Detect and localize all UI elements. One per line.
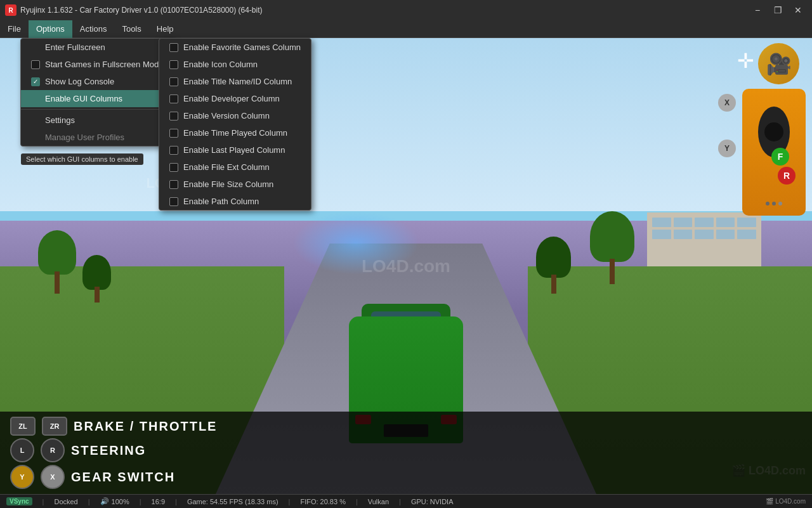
developer-column-label: Enable Developer Column	[183, 94, 280, 103]
volume-icon: 🔊	[100, 497, 109, 505]
menu-separator-1	[21, 109, 173, 110]
hud-label-brake: BRAKE / THROTTLE	[74, 419, 217, 434]
last-played-column-label: Enable Last Played Column	[183, 145, 285, 155]
y-button: Y	[718, 140, 736, 157]
zr-button: ZR	[42, 417, 67, 436]
version-column-checkbox	[169, 112, 178, 120]
menu-file[interactable]: File	[0, 20, 29, 38]
vsync-badge: VSync	[6, 497, 32, 505]
submenu-item-last-played[interactable]: Enable Last Played Column	[159, 141, 311, 159]
fullscreen-mode-checkbox	[31, 60, 40, 69]
time-played-column-label: Enable Time Played Column	[183, 128, 287, 138]
close-button[interactable]: ✕	[789, 4, 807, 16]
title-column-label: Enable Title Name/ID Column	[183, 77, 292, 86]
title-bar: R Ryujinx 1.1.632 - Car Factory Driver v…	[0, 0, 812, 20]
window-title: Ryujinx 1.1.632 - Car Factory Driver v1.…	[20, 6, 749, 15]
menu-options[interactable]: Options	[29, 20, 72, 38]
x-button-hud: X	[41, 465, 65, 489]
submenu-item-file-size[interactable]: Enable File Size Column	[159, 176, 311, 193]
r-button-hud: R	[41, 438, 65, 462]
hud-row-2: L R STEERING	[10, 438, 802, 462]
path-column-checkbox	[169, 197, 178, 206]
controller-display: F R	[742, 89, 806, 216]
file-ext-column-checkbox	[169, 163, 178, 172]
submenu-item-icon[interactable]: Enable Icon Column	[159, 56, 311, 73]
building-windows	[647, 212, 761, 244]
submenu-item-developer[interactable]: Enable Developer Column	[159, 90, 311, 107]
menu-item-fullscreen-mode[interactable]: Start Games in Fullscreen Mode	[21, 56, 173, 73]
menu-tools[interactable]: Tools	[114, 20, 148, 38]
window-controls: − ❐ ✕	[749, 4, 807, 16]
submenu-item-version[interactable]: Enable Version Column	[159, 107, 311, 124]
file-size-column-label: Enable File Size Column	[183, 179, 273, 189]
status-ratio: 16:9	[152, 498, 165, 505]
bottom-hud: ZL ZR BRAKE / THROTTLE L R STEERING Y X …	[0, 412, 812, 494]
l-button: L	[10, 438, 34, 462]
status-fifo: FIFO: 20.83 %	[300, 498, 346, 505]
submenu-item-title[interactable]: Enable Title Name/ID Column	[159, 73, 311, 90]
hud-label-steering: STEERING	[71, 443, 146, 458]
menu-item-manage-profiles[interactable]: Manage User Profiles	[21, 129, 173, 146]
status-api: Vulkan	[368, 498, 389, 505]
menu-bar: File Options Actions Tools Help	[0, 20, 812, 38]
tree-left-1	[38, 230, 76, 294]
fullscreen-label: Enter Fullscreen	[45, 42, 105, 52]
tree-right-1	[590, 211, 634, 284]
developer-column-checkbox	[169, 94, 178, 103]
last-played-column-checkbox	[169, 146, 178, 155]
y-button-hud: Y	[10, 465, 34, 489]
app-icon: R	[5, 4, 16, 16]
icon-column-label: Enable Icon Column	[183, 60, 258, 69]
menu-item-show-log[interactable]: Show Log Console	[21, 73, 173, 90]
version-column-label: Enable Version Column	[183, 111, 270, 120]
status-volume: 🔊 100%	[100, 497, 129, 505]
time-played-column-checkbox	[169, 129, 178, 138]
gui-columns-label: Enable GUI Columns	[45, 94, 122, 103]
fav-column-label: Enable Favorite Games Column	[183, 42, 301, 52]
hud-label-gear: GEAR SWITCH	[71, 470, 175, 485]
status-docked: Docked	[54, 498, 77, 505]
show-log-checkbox	[31, 77, 40, 86]
title-column-checkbox	[169, 77, 178, 86]
r-button: R	[778, 167, 796, 185]
tree-left-2	[82, 255, 111, 303]
status-gpu: GPU: NVIDIA	[411, 498, 454, 505]
menu-item-gui-columns[interactable]: Enable GUI Columns ▶	[21, 90, 173, 107]
menu-item-fullscreen[interactable]: Enter Fullscreen	[21, 39, 173, 56]
settings-label: Settings	[45, 115, 75, 125]
submenu-item-file-ext[interactable]: Enable File Ext Column	[159, 159, 311, 176]
file-ext-column-label: Enable File Ext Column	[183, 162, 270, 172]
maximize-button[interactable]: ❐	[769, 4, 787, 16]
x-button: X	[718, 94, 736, 112]
f-button: F	[771, 148, 789, 166]
zl-button: ZL	[10, 417, 36, 436]
menu-item-settings[interactable]: Settings	[21, 112, 173, 129]
lo4d-status-logo: 🎬 LO4D.com	[766, 498, 806, 505]
fav-column-checkbox	[169, 43, 178, 52]
gui-columns-submenu: Enable Favorite Games Column Enable Icon…	[159, 38, 311, 211]
submenu-item-path[interactable]: Enable Path Column	[159, 193, 311, 210]
show-log-label: Show Log Console	[45, 77, 114, 86]
icon-column-checkbox	[169, 60, 178, 69]
hud-row-1: ZL ZR BRAKE / THROTTLE	[10, 417, 802, 436]
options-dropdown: Enter Fullscreen Start Games in Fullscre…	[20, 38, 174, 147]
camera-button[interactable]: 🎥	[758, 43, 799, 84]
status-fps: Game: 54.55 FPS (18.33 ms)	[187, 498, 278, 505]
menu-actions[interactable]: Actions	[72, 20, 115, 38]
submenu-item-time-played[interactable]: Enable Time Played Column	[159, 124, 311, 141]
tree-right-2	[536, 237, 571, 294]
manage-profiles-label: Manage User Profiles	[45, 133, 124, 142]
status-bar: VSync | Docked | 🔊 100% | 16:9 | Game: 5…	[0, 494, 812, 508]
minimize-button[interactable]: −	[749, 4, 766, 16]
crosshair-icon: ✛	[733, 48, 758, 74]
path-column-label: Enable Path Column	[183, 197, 259, 206]
hud-row-3: Y X GEAR SWITCH	[10, 465, 802, 489]
menu-help[interactable]: Help	[149, 20, 181, 38]
file-size-column-checkbox	[169, 180, 178, 189]
fullscreen-mode-label: Start Games in Fullscreen Mode	[45, 60, 163, 69]
submenu-item-fav[interactable]: Enable Favorite Games Column	[159, 39, 311, 56]
